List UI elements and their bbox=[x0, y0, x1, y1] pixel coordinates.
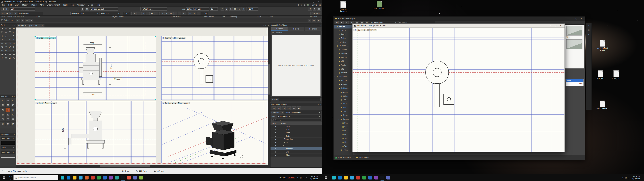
font-size-dropdown[interactable]: 12 bbox=[210, 7, 218, 10]
visibility-icon[interactable]: ● bbox=[270, 138, 280, 140]
object-info-tab[interactable]: Data bbox=[288, 27, 304, 30]
show-desktop-button[interactable] bbox=[642, 174, 643, 181]
twisty-icon[interactable]: ▾ bbox=[334, 26, 336, 27]
resource-tree-item[interactable]: ▣ Door... bbox=[334, 106, 353, 110]
taskbar-app-icon[interactable] bbox=[79, 176, 82, 180]
close-icon[interactable] bbox=[320, 104, 321, 105]
resource-tree-item[interactable]: ▣ Enterta... bbox=[334, 52, 353, 56]
close-button[interactable] bbox=[316, 0, 321, 3]
zoom-tool-icon[interactable]: ▭ bbox=[197, 12, 200, 15]
avatar[interactable] bbox=[307, 4, 309, 6]
close-icon[interactable] bbox=[14, 24, 15, 26]
desktop-icon[interactable]: Genesis Banqu... bbox=[336, 1, 350, 12]
navigation-mode-icon[interactable]: ⊞ bbox=[287, 106, 291, 110]
taskbar-app-icon[interactable] bbox=[67, 176, 70, 180]
tool-icon[interactable]: ✥ bbox=[12, 27, 16, 30]
viewport-label[interactable]: Left 1-Floor Layout bbox=[36, 37, 56, 39]
close-icon[interactable] bbox=[14, 134, 15, 135]
resource-tree-item[interactable]: ▾ ▣ Fixtur... bbox=[334, 117, 353, 121]
resource-tree-item[interactable]: ▾ ▣ Vectorwo... bbox=[334, 75, 353, 78]
text-format-button[interactable]: I bbox=[137, 12, 141, 15]
taskbar-app-icon[interactable] bbox=[139, 176, 143, 180]
desktop-icon[interactable]: Code Commit... bbox=[372, 1, 386, 10]
tool-set-icon[interactable]: ▣ bbox=[0, 108, 5, 112]
twisty-icon[interactable]: ▸ bbox=[334, 41, 336, 43]
viewbar-extra-icon[interactable]: ⟳ bbox=[313, 7, 316, 10]
value-field[interactable]: 0.00 bbox=[566, 82, 584, 86]
visibility-icon[interactable]: ● bbox=[270, 132, 280, 134]
menu-item[interactable]: Cloud bbox=[86, 4, 94, 6]
column-header-class[interactable]: Class bbox=[280, 122, 322, 125]
class-search-box[interactable] bbox=[272, 119, 321, 122]
selection-handle[interactable] bbox=[155, 36, 156, 37]
visibility-icon[interactable]: ● bbox=[270, 126, 280, 127]
menu-item[interactable]: Tools bbox=[62, 4, 69, 6]
taskbar-app-icon[interactable] bbox=[109, 176, 113, 180]
tray-icon[interactable]: ✉ bbox=[306, 177, 307, 179]
tool-icon[interactable]: ➤ bbox=[0, 27, 4, 30]
resource-tree-item[interactable]: ▣ Acce... bbox=[334, 90, 353, 94]
taskbar-app-icon[interactable] bbox=[61, 176, 64, 180]
tool-set-icon[interactable]: ◩ bbox=[5, 122, 10, 126]
snap-toggle-icon[interactable]: ◇ bbox=[237, 7, 241, 10]
taskbar-search[interactable] bbox=[14, 175, 58, 180]
snap-toggle-icon[interactable]: ⌖ bbox=[220, 7, 224, 10]
navigation-mode-icon[interactable]: ◫ bbox=[282, 106, 286, 110]
desktop-icon[interactable]: James B Eadt and... bbox=[595, 40, 610, 51]
tool-icon[interactable]: ◯ bbox=[8, 30, 12, 34]
collapse-icon[interactable] bbox=[12, 24, 13, 26]
class-row[interactable]: ● Body bbox=[270, 134, 322, 138]
collapse-icon[interactable] bbox=[318, 104, 319, 105]
viewport-label[interactable]: Front 1-Floor Layout bbox=[36, 102, 57, 104]
class-row[interactable]: ● Loves bbox=[270, 125, 322, 128]
close-button[interactable] bbox=[558, 24, 563, 27]
tool-set-icon[interactable]: ⊠ bbox=[0, 122, 5, 126]
class-search-input[interactable] bbox=[275, 119, 320, 121]
resource-tree-item[interactable]: ▣ Interior... bbox=[334, 56, 353, 59]
cortana-icon[interactable] bbox=[9, 176, 12, 180]
marquee-mode-icon[interactable]: ⧉ bbox=[29, 18, 33, 22]
maximize-button[interactable] bbox=[311, 0, 316, 3]
top-plan-drawing[interactable] bbox=[162, 36, 268, 100]
taskbar-app-icon[interactable] bbox=[103, 176, 107, 180]
desktop-icon[interactable]: 2021_JBC... bbox=[593, 70, 608, 79]
taskbar-clock[interactable]: 8:09 PM 10/7/2023 bbox=[310, 176, 318, 180]
gear-icon[interactable] bbox=[297, 4, 299, 6]
tool-icon[interactable]: ✛ bbox=[8, 27, 12, 30]
document-tab[interactable]: Buhler 20 kg Unit.vwx:1 bbox=[16, 24, 44, 27]
resource-tree-item[interactable]: ▣ H... bbox=[334, 129, 353, 132]
minimize-button[interactable] bbox=[548, 24, 553, 27]
value-selected-row[interactable]: Value bbox=[566, 79, 584, 82]
class-options-dropdown[interactable]: Show/Snap Others bbox=[284, 111, 321, 114]
visibility-icon[interactable]: ● bbox=[270, 154, 280, 156]
close-icon[interactable] bbox=[14, 96, 15, 97]
taskbar-app-icon[interactable] bbox=[374, 176, 378, 180]
reference-dropdown[interactable]: <None> bbox=[100, 12, 120, 15]
taskbar-app-icon[interactable] bbox=[332, 176, 336, 180]
resource-tree-item[interactable]: ▾ ▣ Building... bbox=[334, 86, 353, 90]
taskbar-app-icon[interactable] bbox=[380, 176, 384, 180]
desktop-icon[interactable]: 2021_co... bbox=[609, 70, 623, 79]
rm-toolbar-icon[interactable]: ◀ bbox=[335, 21, 338, 24]
taskbar-app-icon[interactable] bbox=[91, 176, 94, 180]
view-history-button[interactable]: ▶ bbox=[5, 7, 9, 10]
taskbar-app-icon[interactable] bbox=[115, 176, 119, 180]
minimize-document-icon[interactable] bbox=[266, 24, 266, 26]
close-button[interactable] bbox=[579, 17, 584, 20]
strip-icon[interactable]: ⚙ bbox=[588, 24, 590, 27]
resource-tree-item[interactable]: ▣ Ba... bbox=[334, 121, 353, 125]
menu-item[interactable]: View bbox=[14, 4, 21, 6]
tool-icon[interactable]: ≡ bbox=[8, 49, 12, 52]
resource-tree-item[interactable]: ▣ Site bbox=[334, 67, 353, 71]
tool-set-icon[interactable]: ◲ bbox=[0, 117, 5, 122]
rm-toolbar-icon[interactable]: ⌂ bbox=[345, 21, 349, 24]
new-resource-button[interactable]: + New Resource... bbox=[335, 156, 353, 159]
opacity-dropdown[interactable]: 100% bbox=[1, 146, 15, 149]
menu-item[interactable]: Modify bbox=[21, 4, 30, 6]
column-header-visibility[interactable]: Visib... bbox=[270, 122, 280, 125]
show-desktop-button[interactable] bbox=[320, 174, 321, 181]
tool-set-icon[interactable]: ◰ bbox=[5, 108, 10, 112]
viewport-custom-3d[interactable]: Custom View 1-Floor Layout bbox=[161, 101, 268, 163]
tool-icon[interactable]: S bbox=[0, 38, 4, 42]
custom-3d-drawing[interactable] bbox=[162, 102, 268, 163]
